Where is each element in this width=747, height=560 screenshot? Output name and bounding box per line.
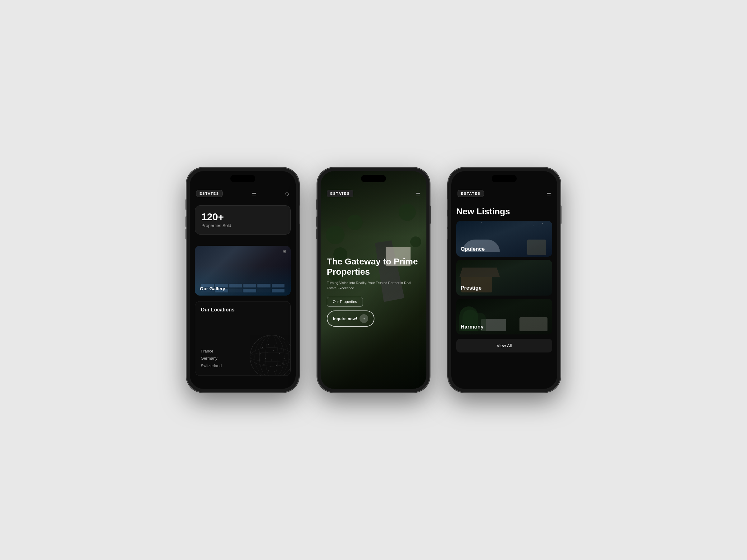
- listing-card-harmony[interactable]: Harmony: [456, 299, 552, 335]
- menu-icon-3[interactable]: ☰: [546, 191, 551, 196]
- harmony-building: [519, 317, 547, 331]
- tree-1: [326, 225, 344, 244]
- globe-container: [247, 332, 291, 376]
- listing-label-opulence: Opulence: [461, 246, 485, 252]
- logo-text-1: ESTATES: [200, 192, 219, 195]
- svg-point-10: [260, 353, 261, 354]
- phone-2: ESTATES ☰ The Gateway to Prime Propertie…: [317, 168, 430, 392]
- hero-subtitle: Turning Vision into Reality. Your Truste…: [327, 280, 420, 291]
- scene: ESTATES ☰ ◇ 120+ Properties Sold: [0, 0, 747, 560]
- location-switzerland: Switzerland: [201, 362, 222, 369]
- svg-point-13: [279, 353, 280, 354]
- svg-point-11: [267, 352, 268, 353]
- tree-5: [399, 204, 416, 221]
- listing-label-prestige: Prestige: [461, 285, 482, 291]
- tag-icon-1[interactable]: ◇: [285, 190, 289, 197]
- svg-point-17: [272, 359, 272, 361]
- star-2: [533, 225, 534, 226]
- stats-number: 120+: [201, 212, 284, 222]
- phone-3: ESTATES ☰ New Listings O: [448, 168, 560, 392]
- gallery-label: Our Gallery: [200, 286, 225, 291]
- dynamic-island-3: [492, 175, 517, 182]
- logo-badge-3: ESTATES: [458, 190, 484, 197]
- gallery-card[interactable]: ⊞ Our Gallery: [195, 246, 291, 296]
- locations-card[interactable]: Our Locations: [195, 301, 291, 376]
- svg-point-14: [284, 358, 285, 359]
- dynamic-island-2: [361, 175, 386, 182]
- svg-point-21: [276, 365, 277, 366]
- inquire-button[interactable]: Inquire now! →: [327, 311, 375, 327]
- tree-6: [410, 236, 421, 247]
- svg-point-19: [264, 364, 264, 365]
- logo-text-2: ESTATES: [330, 192, 350, 195]
- phone2-bg: ESTATES ☰ The Gateway to Prime Propertie…: [320, 171, 427, 389]
- menu-icon-2[interactable]: ☰: [416, 191, 420, 196]
- svg-point-3: [250, 352, 291, 362]
- menu-icon-1[interactable]: ☰: [252, 191, 256, 196]
- svg-point-0: [250, 335, 291, 376]
- locations-list: France Germany Switzerland: [201, 348, 222, 369]
- svg-point-8: [275, 346, 276, 347]
- view-all-button[interactable]: View All: [456, 339, 552, 352]
- listing-card-prestige[interactable]: Prestige: [456, 260, 552, 296]
- listing-label-harmony: Harmony: [461, 324, 484, 330]
- logo-badge-2: ESTATES: [327, 190, 353, 197]
- svg-point-6: [262, 347, 263, 348]
- screen-3: ESTATES ☰ New Listings O: [451, 171, 557, 389]
- svg-point-7: [268, 344, 269, 345]
- properties-button[interactable]: Our Properties: [327, 297, 363, 307]
- inquire-label: Inquire now!: [333, 316, 357, 321]
- svg-point-24: [275, 371, 276, 372]
- svg-point-16: [265, 358, 266, 359]
- logo-text-3: ESTATES: [461, 192, 481, 195]
- svg-point-18: [278, 359, 279, 361]
- phone-1: ESTATES ☰ ◇ 120+ Properties Sold: [187, 168, 299, 392]
- new-listings-title: New Listings: [456, 207, 552, 216]
- svg-point-22: [282, 363, 283, 364]
- svg-point-15: [259, 359, 260, 361]
- hero-content: The Gateway to Prime Properties Turning …: [327, 256, 420, 327]
- stats-label: Properties Sold: [201, 223, 284, 228]
- svg-point-1: [259, 335, 284, 376]
- phone3-bg: ESTATES ☰ New Listings O: [451, 171, 557, 389]
- arrow-icon: →: [360, 314, 368, 323]
- tree-3: [347, 215, 363, 230]
- star-1: [542, 223, 543, 224]
- dynamic-island-1: [230, 175, 255, 182]
- star-3: [481, 222, 482, 223]
- listing-card-opulence[interactable]: Opulence: [456, 221, 552, 257]
- screen-2: ESTATES ☰ The Gateway to Prime Propertie…: [320, 171, 427, 389]
- svg-point-23: [268, 371, 269, 371]
- stats-card: 120+ Properties Sold: [195, 205, 291, 235]
- logo-badge-1: ESTATES: [196, 190, 223, 197]
- svg-point-20: [270, 366, 271, 367]
- screen-1: ESTATES ☰ ◇ 120+ Properties Sold: [190, 171, 296, 389]
- svg-point-9: [281, 349, 282, 350]
- locations-title: Our Locations: [201, 307, 234, 313]
- hero-title: The Gateway to Prime Properties: [327, 256, 420, 277]
- svg-point-5: [265, 335, 278, 376]
- svg-point-4: [255, 335, 289, 376]
- svg-point-2: [250, 348, 291, 366]
- image-icon: ⊞: [283, 249, 286, 254]
- location-france: France: [201, 348, 222, 355]
- svg-point-12: [273, 350, 274, 351]
- location-germany: Germany: [201, 355, 222, 362]
